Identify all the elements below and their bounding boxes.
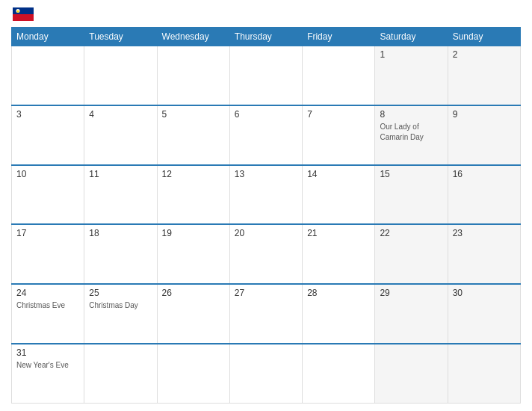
day-number: 7 <box>307 109 370 120</box>
calendar-cell <box>229 344 302 404</box>
calendar-cell: 13 <box>229 165 302 225</box>
calendar-cell: 11 <box>84 165 157 225</box>
calendar-cell: 12 <box>157 165 229 225</box>
calendar-cell <box>303 344 375 404</box>
day-number: 12 <box>162 169 225 179</box>
calendar-cell: 1 <box>375 46 448 106</box>
day-number: 8 <box>380 109 442 120</box>
calendar-cell: 14 <box>303 165 375 225</box>
calendar-cell: 6 <box>229 105 302 165</box>
page-header <box>11 7 521 21</box>
day-header-tuesday: Tuesday <box>84 28 157 46</box>
day-number: 24 <box>16 288 79 298</box>
calendar-cell: 19 <box>157 224 229 284</box>
day-number: 15 <box>380 169 442 179</box>
calendar-cell: 17 <box>12 224 84 284</box>
day-header-monday: Monday <box>12 28 84 46</box>
day-number: 1 <box>380 49 442 60</box>
calendar-cell: 31New Year's Eve <box>12 344 84 404</box>
day-number: 23 <box>453 228 516 238</box>
calendar-week-row: 17181920212223 <box>12 224 521 284</box>
day-number: 28 <box>307 288 370 298</box>
calendar-cell: 27 <box>229 284 302 344</box>
calendar-cell: 4 <box>84 105 157 165</box>
day-number: 6 <box>235 109 297 120</box>
day-number: 30 <box>453 288 516 298</box>
day-number: 9 <box>453 109 516 120</box>
calendar-cell: 9 <box>448 105 520 165</box>
calendar-cell: 5 <box>157 105 229 165</box>
calendar-cell <box>448 344 520 404</box>
event-label: Our Lady of Camarin Day <box>380 123 423 141</box>
calendar-header-row: MondayTuesdayWednesdayThursdayFridaySatu… <box>12 28 521 46</box>
calendar-cell: 8Our Lady of Camarin Day <box>375 105 448 165</box>
day-header-saturday: Saturday <box>375 28 448 46</box>
calendar-week-row: 24Christmas Eve25Christmas Day2627282930 <box>12 284 521 344</box>
calendar-cell: 16 <box>448 165 520 225</box>
calendar-cell: 10 <box>12 165 84 225</box>
day-number: 29 <box>380 288 442 298</box>
day-number: 27 <box>235 288 297 298</box>
svg-rect-3 <box>13 14 34 21</box>
calendar-cell: 3 <box>12 105 84 165</box>
calendar-cell: 25Christmas Day <box>84 284 157 344</box>
calendar-cell: 21 <box>303 224 375 284</box>
day-number: 10 <box>16 169 79 179</box>
day-header-thursday: Thursday <box>229 28 302 46</box>
day-number: 18 <box>89 228 152 238</box>
calendar-cell <box>84 46 157 106</box>
logo <box>11 7 34 21</box>
day-number: 26 <box>162 288 225 298</box>
calendar-cell: 29 <box>375 284 448 344</box>
day-number: 17 <box>16 228 79 238</box>
day-number: 2 <box>453 49 516 60</box>
calendar-cell <box>157 46 229 106</box>
logo-flag-icon <box>13 7 34 21</box>
day-number: 16 <box>453 169 516 179</box>
calendar-cell <box>303 46 375 106</box>
calendar-cell: 15 <box>375 165 448 225</box>
day-header-friday: Friday <box>303 28 375 46</box>
calendar-cell: 7 <box>303 105 375 165</box>
calendar-cell: 26 <box>157 284 229 344</box>
day-number: 3 <box>16 109 79 120</box>
day-number: 4 <box>89 109 152 120</box>
calendar-cell: 28 <box>303 284 375 344</box>
calendar-cell: 23 <box>448 224 520 284</box>
calendar-cell <box>12 46 84 106</box>
calendar-cell <box>157 344 229 404</box>
calendar-cell: 22 <box>375 224 448 284</box>
day-header-wednesday: Wednesday <box>157 28 229 46</box>
day-number: 22 <box>380 228 442 238</box>
calendar-cell <box>375 344 448 404</box>
day-number: 11 <box>89 169 152 179</box>
day-number: 31 <box>16 347 79 358</box>
calendar-cell: 24Christmas Eve <box>12 284 84 344</box>
calendar-cell: 30 <box>448 284 520 344</box>
day-header-sunday: Sunday <box>448 28 520 46</box>
calendar-week-row: 31New Year's Eve <box>12 344 521 404</box>
event-label: New Year's Eve <box>16 361 69 369</box>
calendar-week-row: 12 <box>12 46 521 106</box>
calendar-week-row: 345678Our Lady of Camarin Day9 <box>12 105 521 165</box>
calendar-week-row: 10111213141516 <box>12 165 521 225</box>
day-number: 21 <box>307 228 370 238</box>
day-number: 25 <box>89 288 152 298</box>
day-number: 19 <box>162 228 225 238</box>
event-label: Christmas Day <box>89 301 138 309</box>
day-number: 14 <box>307 169 370 179</box>
day-number: 20 <box>235 228 297 238</box>
event-label: Christmas Eve <box>16 301 65 309</box>
calendar-cell: 20 <box>229 224 302 284</box>
calendar-table: MondayTuesdayWednesdayThursdayFridaySatu… <box>11 27 521 404</box>
calendar-cell: 18 <box>84 224 157 284</box>
calendar-cell: 2 <box>448 46 520 106</box>
day-number: 5 <box>162 109 225 120</box>
day-number: 13 <box>235 169 297 179</box>
calendar-cell <box>229 46 302 106</box>
calendar-cell <box>84 344 157 404</box>
